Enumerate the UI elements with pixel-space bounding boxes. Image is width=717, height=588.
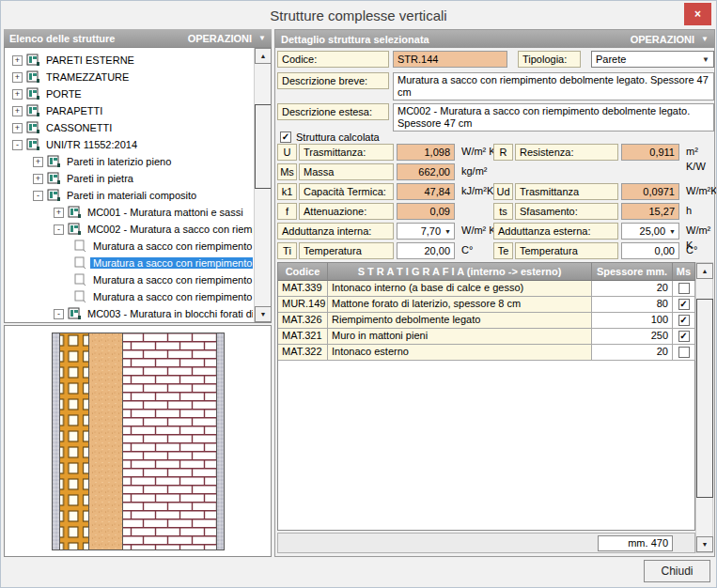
close-button[interactable]: × <box>684 3 711 25</box>
expand-toggle-icon[interactable]: + <box>54 208 64 218</box>
expand-toggle-icon[interactable]: + <box>12 55 23 66</box>
field-value-input[interactable]: 25,00▼ <box>621 223 679 240</box>
field-value-input[interactable]: 20,00 <box>397 242 455 259</box>
field-label: Adduttanza interna: <box>277 223 394 240</box>
field-value-input[interactable]: 15,27 <box>621 203 679 220</box>
expand-toggle-icon[interactable]: + <box>12 72 23 83</box>
table-scrollbar[interactable]: ▲ ▼ <box>695 262 713 553</box>
field-unit: C° <box>682 242 697 259</box>
thermal-row: f Attenuazione: 0,09 ts Sfasamento: 15,2… <box>275 203 716 220</box>
tree-item[interactable]: Muratura a sacco con riempimento deb <box>5 238 253 255</box>
ms-checkbox[interactable] <box>678 347 690 358</box>
ms-checkbox[interactable]: ✓ <box>678 331 690 342</box>
layer-icon <box>74 290 86 304</box>
field-value-input[interactable]: 7,70▼ <box>397 223 455 240</box>
tree-scroll-thumb[interactable] <box>255 104 272 189</box>
tipologia-value: Parete <box>596 54 626 65</box>
table-scroll-thumb[interactable] <box>696 299 713 498</box>
table-scroll-down-icon[interactable]: ▼ <box>696 536 713 552</box>
tree-item[interactable]: + Pareti in laterizio pieno <box>5 153 253 170</box>
table-row[interactable]: MAT.322 Intonaco esterno 20 <box>278 345 694 361</box>
chevron-down-icon[interactable]: ▼ <box>444 228 451 235</box>
structures-list-header: Elenco delle strutture OPERAZIONI ▼ <box>4 29 272 47</box>
structure-icon <box>26 104 39 118</box>
descrizione-estesa-input[interactable]: MC002 - Muratura a sacco con riempimento… <box>393 103 714 132</box>
tipologia-dropdown[interactable]: Parete ▼ <box>591 51 714 68</box>
tree-item[interactable]: + MC001 - Muratura mattoni e sassi <box>5 204 253 221</box>
tree-item[interactable]: Muratura a sacco con riempimento deb <box>5 255 253 271</box>
tree-item[interactable]: + CASSONETTI <box>5 119 253 136</box>
tree-item[interactable]: + PARETI ESTERNE <box>5 52 253 69</box>
field-unit: C° <box>458 242 473 259</box>
cell-ms <box>673 281 695 297</box>
ms-checkbox[interactable]: ✓ <box>678 299 690 310</box>
expand-toggle-icon[interactable]: - <box>12 140 23 150</box>
tree-item[interactable]: + TRAMEZZATURE <box>5 69 253 85</box>
field-unit: kJ/m²K <box>458 183 493 200</box>
table-row[interactable]: MUR.149 Mattone forato di laterizio, spe… <box>278 297 694 313</box>
field-symbol: Ms <box>277 163 297 180</box>
field-symbol: f <box>277 203 297 220</box>
cell-spessore[interactable]: 20 <box>592 345 673 361</box>
expand-toggle-icon[interactable]: - <box>33 191 43 201</box>
cell-ms: ✓ <box>673 297 695 313</box>
chiudi-button[interactable]: Chiudi <box>644 560 710 582</box>
tree-scroll-down-icon[interactable]: ▼ <box>255 306 272 322</box>
expand-toggle-icon[interactable]: + <box>12 123 23 133</box>
struttura-calcolata-checkbox[interactable]: ✓ <box>280 132 291 143</box>
tree-item[interactable]: + PORTE <box>5 85 253 102</box>
expand-toggle-icon[interactable]: + <box>33 174 43 184</box>
field-value-input[interactable]: 47,84 <box>397 183 455 200</box>
field-value-input[interactable]: 0,911 <box>621 144 679 161</box>
field-symbol: U <box>277 144 297 161</box>
tree-item[interactable]: - MC003 - Muratura in blocchi forati di … <box>5 305 253 322</box>
tree-item[interactable]: Muratura in blocchi forati di calcestruz… <box>5 322 253 323</box>
tree-scrollbar[interactable]: ▲ ▼ <box>254 48 271 322</box>
tree-item[interactable]: Muratura a sacco con riempimento deb <box>5 271 253 288</box>
close-icon: × <box>694 8 701 21</box>
tree-item[interactable]: - Pareti in materiali composito <box>5 187 253 204</box>
descrizione-breve-input[interactable]: Muratura a sacco con riempimento debolme… <box>393 72 714 101</box>
field-value-input[interactable]: 0,09 <box>397 203 455 220</box>
left-operations-menu[interactable]: OPERAZIONI ▼ <box>188 33 266 44</box>
expand-toggle-icon[interactable]: - <box>54 309 64 319</box>
tree-item[interactable]: - UNI/TR 11552:2014 <box>5 136 253 153</box>
ms-checkbox[interactable]: ✓ <box>678 315 690 326</box>
structure-icon <box>68 223 81 237</box>
field-label: Attenuazione: <box>299 203 394 220</box>
cell-spessore[interactable]: 100 <box>592 313 673 329</box>
right-operations-menu[interactable]: OPERAZIONI ▼ <box>631 34 709 45</box>
tree-scroll-up-icon[interactable]: ▲ <box>255 48 272 64</box>
field-value-input[interactable]: 0,0971 <box>621 183 679 200</box>
table-scroll-up-icon[interactable]: ▲ <box>696 263 713 279</box>
chevron-down-icon[interactable]: ▼ <box>669 228 676 235</box>
field-value-input[interactable]: 0,00 <box>621 242 679 259</box>
codice-value[interactable]: STR.144 <box>393 51 507 68</box>
chevron-down-icon: ▼ <box>701 35 709 43</box>
field-value-input[interactable]: 662,00 <box>397 163 455 180</box>
expand-toggle-icon[interactable]: + <box>12 89 23 100</box>
expand-toggle-icon[interactable]: - <box>54 224 64 235</box>
tree-item-label: PARETI ESTERNE <box>43 54 137 66</box>
cell-spessore[interactable]: 20 <box>592 281 673 297</box>
field-value-input[interactable]: 1,098 <box>397 144 455 161</box>
descrizione-breve-label: Descrizione breve: <box>277 72 389 89</box>
chevron-down-icon: ▼ <box>258 34 266 42</box>
table-row[interactable]: MAT.339 Intonaco interno (a base di calc… <box>278 281 694 297</box>
table-row[interactable]: MAT.326 Riempimento debolmente legato 10… <box>278 313 694 329</box>
field-label: Temperatura esterna: <box>515 242 618 259</box>
table-row[interactable]: MAT.321 Muro in mattoni pieni 250 ✓ <box>278 329 694 345</box>
cell-spessore[interactable]: 250 <box>592 329 673 345</box>
cell-spessore[interactable]: 80 <box>592 297 673 313</box>
tree-item[interactable]: Muratura a sacco con riempimento deb <box>5 288 253 305</box>
tree-item[interactable]: - MC002 - Muratura a sacco con riempimen <box>5 221 253 238</box>
tree-item-label: MC003 - Muratura in blocchi forati di ca… <box>85 308 253 319</box>
tree-item[interactable]: + PARAPETTI <box>5 102 253 119</box>
tree-item[interactable]: + Pareti in pietra <box>5 170 253 187</box>
cell-ms <box>673 345 695 361</box>
expand-toggle-icon[interactable]: + <box>33 157 43 167</box>
expand-toggle-icon[interactable]: + <box>12 106 23 116</box>
ms-checkbox[interactable] <box>678 283 690 294</box>
field-symbol: k1 <box>277 183 297 200</box>
cell-codice: MUR.149 <box>278 297 328 313</box>
